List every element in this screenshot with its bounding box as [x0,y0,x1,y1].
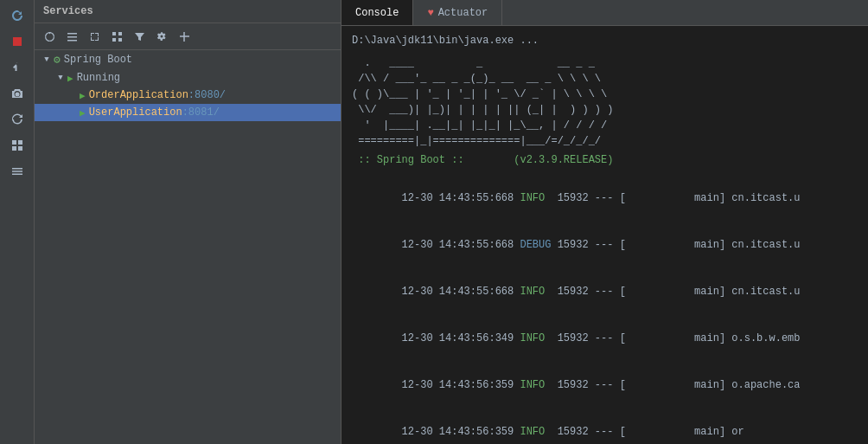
svg-rect-14 [112,38,116,42]
log-entry-2: 12-30 14:43:55:668 INFO 15932 --- [ main… [352,268,858,315]
chevron-springboot: ▼ [41,55,52,65]
wrench-icon-btn[interactable] [5,55,29,80]
svg-rect-13 [118,32,122,35]
log-entry-1: 12-30 14:43:55:668 DEBUG 15932 --- [ mai… [352,222,858,268]
tab-actuator[interactable]: ♥ Actuator [413,0,502,25]
command-line: D:\Java\jdk11\bin\java.exe ... [352,33,858,48]
camera-icon-btn[interactable] [5,81,29,106]
svg-rect-4 [18,146,22,151]
sidebar-toolbar [35,23,341,50]
ascii-line-6: =========|_|==============|___/=/_/_/_/ [352,133,858,149]
stop-icon-btn[interactable] [5,29,29,54]
userapplication-label: UserApplication [89,106,182,119]
running-label: Running [77,72,120,84]
userapplication-port[interactable]: :8081/ [182,106,220,119]
log-entry-4: 12-30 14:43:56:359 INFO 15932 --- [ main… [352,362,858,409]
toolbar-reload-btn[interactable] [40,27,59,46]
toolbar-collapse-btn[interactable] [62,27,81,46]
svg-rect-9 [67,36,77,38]
actuator-tab-label: Actuator [438,7,488,19]
update-icon-btn[interactable] [5,107,29,132]
svg-rect-7 [12,174,22,176]
springboot-label: Spring Boot [64,54,132,66]
tree-item-orderapplication[interactable]: ▶ OrderApplication :8080/ [35,87,341,104]
svg-rect-5 [12,168,22,170]
tree-item-springboot[interactable]: ▼ ⚙ Spring Boot [35,50,341,69]
toolbar-add-btn[interactable] [175,27,194,46]
svg-rect-2 [18,140,22,145]
actuator-icon: ♥ [427,7,433,19]
orderapplication-label: OrderApplication [89,89,188,101]
svg-rect-10 [67,33,77,35]
svg-point-0 [15,93,19,97]
refresh-icon-btn[interactable] [5,3,29,28]
toolbar-expand-btn[interactable] [85,27,104,46]
run-icon-user: ▶ [80,107,86,119]
toolbar-settings2-btn[interactable] [152,27,171,46]
ascii-line-5: ' |____| .__|_| |_|_| |_\__, | / / / / [352,118,858,133]
log-entry-0: 12-30 14:43:55:668 INFO 15932 --- [ main… [352,175,858,222]
spring-boot-version-line: :: Spring Boot :: (v2.3.9.RELEASE) [352,152,858,168]
orderapplication-port[interactable]: :8080/ [188,89,226,101]
sidebar-tree: ▼ ⚙ Spring Boot ▼ ▶ Running ▶ OrderAppli… [35,50,341,444]
toolbar-grid-btn[interactable] [107,27,126,46]
sidebar: Services [35,0,341,444]
run-icon-order: ▶ [80,90,86,101]
console-output: D:\Java\jdk11\bin\java.exe ... . ____ _ … [341,26,868,444]
run-icon-running: ▶ [67,73,73,84]
tab-console[interactable]: Console [341,0,413,25]
svg-rect-11 [67,40,77,42]
chevron-running: ▼ [55,73,66,83]
svg-rect-3 [12,146,16,151]
ascii-line-1: . ____ _ __ _ _ [352,55,858,71]
console-tab-label: Console [355,7,399,19]
svg-rect-12 [112,32,116,35]
tabs-bar: Console ♥ Actuator [341,0,868,26]
log-entry-5: 12-30 14:43:56:359 INFO 15932 --- [ main… [352,409,858,444]
right-panel: Console ♥ Actuator D:\Java\jdk11\bin\jav… [341,0,868,444]
svg-rect-1 [12,140,16,145]
left-icon-panel [0,0,35,444]
tree-item-running[interactable]: ▼ ▶ Running [35,69,341,87]
toolbar-filter-btn[interactable] [130,27,149,46]
svg-rect-15 [118,38,122,42]
ascii-line-4: \\/ ___)| |_)| | | | | || (_| | ) ) ) ) [352,102,858,118]
springboot-icon: ⚙ [54,53,61,67]
tree-item-userapplication[interactable]: ▶ UserApplication :8081/ [35,104,341,121]
layout-icon-btn[interactable] [5,133,29,158]
ascii-line-3: ( ( )\___ | '_ | '_| | '_ \/ _` | \ \ \ … [352,87,858,102]
log-entry-3: 12-30 14:43:56:349 INFO 15932 --- [ main… [352,315,858,362]
ascii-line-2: /\\ / ___'_ __ _ _(_)_ __ __ _ \ \ \ \ [352,71,858,87]
sidebar-title: Services [35,0,341,23]
menu-icon-btn[interactable] [5,159,29,183]
svg-rect-6 [12,171,22,172]
